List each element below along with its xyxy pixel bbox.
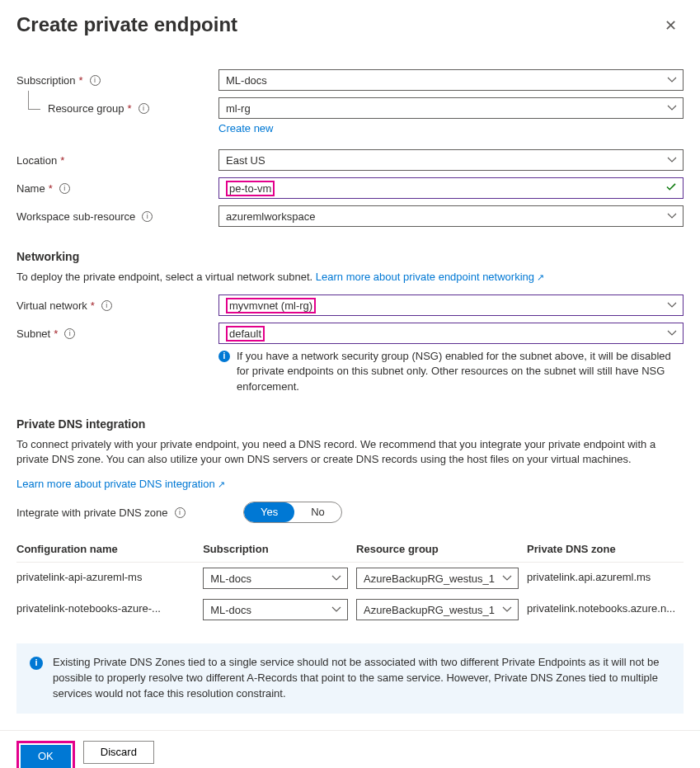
subresource-label: Workspace sub-resource <box>16 210 135 223</box>
location-select[interactable]: East US <box>218 149 684 171</box>
col-zone: Private DNS zone <box>527 536 684 563</box>
name-value: pe-to-vm <box>226 181 275 196</box>
col-sub: Subscription <box>203 536 356 563</box>
dns-desc: To connect privately with your private e… <box>16 437 684 467</box>
required-star: * <box>54 327 58 340</box>
discard-button[interactable]: Discard <box>83 741 154 764</box>
col-rg: Resource group <box>356 536 527 563</box>
required-star: * <box>49 182 53 195</box>
ok-highlight: OK <box>16 741 75 768</box>
info-icon[interactable]: i <box>90 75 101 86</box>
dns-table: Configuration name Subscription Resource… <box>16 536 684 625</box>
info-icon[interactable]: i <box>142 211 153 222</box>
integrate-dns-label: Integrate with private DNS zone <box>16 507 168 519</box>
zone-name: privatelink.api.azureml.ms <box>527 571 651 583</box>
row-rg-select[interactable]: AzureBackupRG_westus_1 <box>356 599 519 620</box>
close-icon[interactable]: ✕ <box>658 13 684 38</box>
dns-alert-text: Existing Private DNS Zones tied to a sin… <box>53 655 670 702</box>
vnet-value: myvmvnet (ml-rg) <box>226 298 316 313</box>
col-config: Configuration name <box>16 536 203 563</box>
info-icon[interactable]: i <box>175 507 186 518</box>
networking-heading: Networking <box>16 250 684 263</box>
nsg-note: If you have a network security group (NS… <box>237 349 684 394</box>
name-label: Name <box>16 182 45 195</box>
required-star: * <box>79 74 83 87</box>
info-icon[interactable]: i <box>64 328 75 339</box>
subnet-select[interactable]: default <box>218 323 684 344</box>
name-input[interactable]: pe-to-vm <box>218 177 684 199</box>
info-icon[interactable]: i <box>139 103 149 114</box>
table-row: privatelink-api-azureml-ms ML-docs Azure… <box>16 563 684 595</box>
zone-name: privatelink.notebooks.azure.n... <box>527 602 675 615</box>
location-label: Location <box>16 154 57 167</box>
info-icon: i <box>30 657 43 670</box>
dns-alert: i Existing Private DNS Zones tied to a s… <box>16 643 684 714</box>
row-rg-select[interactable]: AzureBackupRG_westus_1 <box>356 568 519 589</box>
info-icon: i <box>218 351 230 362</box>
required-star: * <box>91 299 95 312</box>
table-row: privatelink-notebooks-azure-... ML-docs … <box>16 594 684 625</box>
subresource-select[interactable]: azuremlworkspace <box>218 205 684 227</box>
subnet-label: Subnet <box>16 327 50 340</box>
resource-group-label: Resource group <box>48 102 124 115</box>
ok-button[interactable]: OK <box>21 745 71 768</box>
row-sub-select[interactable]: ML-docs <box>203 599 348 620</box>
dns-toggle[interactable]: Yes No <box>243 502 342 523</box>
create-new-link[interactable]: Create new <box>218 122 273 134</box>
config-name: privatelink-notebooks-azure-... <box>16 602 161 615</box>
dns-toggle-yes[interactable]: Yes <box>244 502 294 522</box>
subnet-value: default <box>226 326 265 342</box>
info-icon[interactable]: i <box>101 300 112 311</box>
check-icon <box>665 181 677 196</box>
info-icon[interactable]: i <box>59 183 70 194</box>
networking-desc: To deploy the private endpoint, select a… <box>16 271 316 283</box>
required-star: * <box>128 102 132 115</box>
resource-group-select[interactable]: ml-rg <box>218 97 684 119</box>
page-title: Create private endpoint <box>16 13 237 36</box>
networking-learn-more-link[interactable]: Learn more about private endpoint networ… <box>316 271 544 283</box>
subscription-select[interactable]: ML-docs <box>218 69 684 91</box>
dns-learn-more-link[interactable]: Learn more about private DNS integration… <box>16 478 225 490</box>
dns-heading: Private DNS integration <box>16 417 684 431</box>
vnet-label: Virtual network <box>16 299 87 312</box>
dns-toggle-no[interactable]: No <box>294 502 341 522</box>
row-sub-select[interactable]: ML-docs <box>203 568 348 589</box>
required-star: * <box>60 154 64 167</box>
config-name: privatelink-api-azureml-ms <box>16 571 142 583</box>
subscription-label: Subscription <box>16 74 76 87</box>
vnet-select[interactable]: myvmvnet (ml-rg) <box>218 294 684 316</box>
